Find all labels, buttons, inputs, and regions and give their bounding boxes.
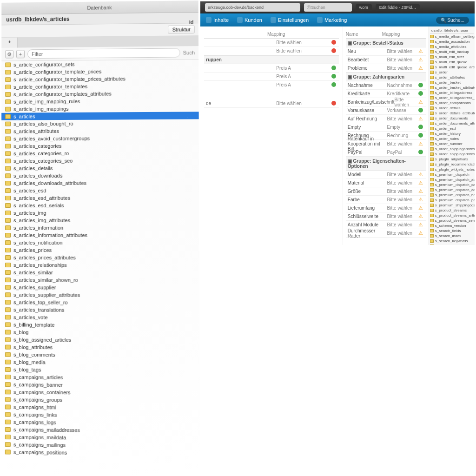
table-row[interactable]: s_articles_esd_serials: [1, 201, 199, 209]
table-row[interactable]: s_order_basket_attributes: [430, 85, 474, 90]
table-row[interactable]: s_articles_prices: [1, 246, 199, 254]
table-row[interactable]: s_media_attributes: [430, 44, 474, 49]
plus-icon[interactable]: +: [16, 50, 25, 58]
table-row[interactable]: s_plugin_migrations: [430, 157, 474, 162]
browser-tab[interactable]: Edit fiddle - JSFid…: [376, 4, 420, 11]
mapping-row[interactable]: Durchmesser RäderBitte wählen⚠: [346, 229, 426, 238]
table-row[interactable]: s_plugin_widgets_notes: [430, 167, 474, 172]
table-row[interactable]: s_search_index: [430, 233, 474, 238]
table-row[interactable]: s_articles_downloads_attributes: [1, 179, 199, 187]
mapping-row[interactable]: Preis A: [204, 73, 339, 81]
table-row[interactable]: s_articles_information_attributes: [1, 231, 199, 239]
filter-input[interactable]: [27, 48, 180, 59]
table-row[interactable]: s_articles_similar: [1, 269, 199, 277]
table-row[interactable]: s_order_billingaddress: [430, 90, 474, 95]
menu-marketing[interactable]: Marketing: [317, 17, 347, 23]
table-row[interactable]: s_product_streams_selection: [430, 218, 474, 223]
mapping-row[interactable]: BearbeitetBitte wählen⚠: [346, 56, 426, 64]
table-row[interactable]: s_articles_categories: [1, 142, 199, 150]
table-row[interactable]: s_premium_dispatch_attributes: [430, 177, 474, 182]
table-row[interactable]: s_articles_avoid_customergroups: [1, 134, 199, 143]
table-row[interactable]: s_articles_prices_attributes: [1, 254, 199, 261]
url-bar[interactable]: erkzeuge.cob-dev.de/backend: [205, 3, 300, 12]
mapping-row[interactable]: PayPalPayPal: [346, 148, 426, 157]
table-row[interactable]: s_articles_img_attributes: [1, 217, 199, 224]
new-tab-button[interactable]: +: [1, 38, 18, 48]
table-row[interactable]: s_media_album_settings: [430, 34, 474, 39]
table-row[interactable]: s_premium_dispatch: [430, 172, 474, 177]
mapping-row[interactable]: EmptyEmpty: [346, 123, 426, 132]
mapping-row[interactable]: GrößeBitte wählen⚠: [346, 187, 426, 196]
table-row[interactable]: s_multi_edit_queue_articles: [430, 65, 474, 70]
table-row[interactable]: s_articles_relationships: [1, 261, 199, 269]
menu-inhalte[interactable]: Inhalte: [206, 17, 229, 23]
table-row[interactable]: s_articles_categories_ro: [1, 149, 199, 158]
mapping-row[interactable]: ModellBitte wählen⚠: [346, 171, 426, 179]
table-row[interactable]: s_blog: [1, 328, 200, 337]
mapping-row[interactable]: FarbeBitte wählen⚠: [346, 196, 426, 204]
table-row[interactable]: s_order_documents_attributes: [430, 121, 474, 126]
mapping-row[interactable]: deBitte wählen: [204, 99, 339, 108]
table-row[interactable]: s_articles_esd_attributes: [1, 194, 199, 202]
table-row[interactable]: s_order_documents: [430, 116, 474, 121]
table-row[interactable]: s_premium_shippingcosts: [430, 203, 474, 208]
table-row[interactable]: s_premium_dispatch_countries: [430, 187, 474, 192]
mapping-row[interactable]: Bankeinzug/LastschriftBitte wählen⚠: [346, 98, 426, 106]
table-row[interactable]: s_multi_edit_filter: [430, 54, 474, 60]
mapping-row[interactable]: ProblemeBitte wählen⚠: [346, 64, 426, 73]
mapping-row[interactable]: LieferumfangBitte wählen⚠: [346, 204, 426, 212]
table-row[interactable]: s_campaigns_positions: [1, 448, 200, 458]
table-row[interactable]: s_articles_details: [1, 164, 199, 172]
table-row[interactable]: s_multi_edit_queue: [430, 60, 474, 65]
mapping-row[interactable]: MaterialBitte wählen⚠: [346, 179, 426, 187]
table-row[interactable]: s_premium_dispatch_paymentmeans: [430, 198, 474, 203]
table-row[interactable]: s_articles_supplier: [1, 284, 199, 291]
table-row[interactable]: s_articles_top_seller_ro: [1, 298, 199, 306]
mapping-row[interactable]: Ratenkauf in Kooperation mit Bill…Bitte …: [346, 140, 426, 148]
table-row[interactable]: s_product_streams_articles: [430, 213, 474, 218]
table-list[interactable]: s_article_configurator_setss_article_con…: [1, 60, 200, 476]
table-row[interactable]: s_plugin_recommendations: [430, 162, 474, 167]
table-row[interactable]: s_order_comparisons: [430, 100, 474, 106]
table-row[interactable]: s_search_keywords: [430, 238, 474, 244]
table-row[interactable]: s_order: [430, 70, 474, 75]
table-row[interactable]: s_articles_categories_seo: [1, 157, 199, 165]
table-row[interactable]: s_product_streams: [430, 208, 474, 213]
table-row[interactable]: s_order_shippingaddress_attributes: [430, 152, 474, 157]
table-row[interactable]: s_order_attributes: [430, 75, 474, 80]
admin-search[interactable]: 🔍 Suche...: [436, 17, 469, 24]
table-row[interactable]: s_order_number: [430, 141, 474, 146]
browser-tab[interactable]: wom: [356, 4, 372, 11]
table-row[interactable]: s_multi_edit_backup: [430, 49, 474, 54]
second-db-tree[interactable]: usrdb_ibkdev/s_user s_media_album_settin…: [429, 26, 475, 245]
mapping-row[interactable]: Preis A: [204, 64, 339, 73]
table-row[interactable]: s_articles_translations: [1, 306, 199, 314]
table-row[interactable]: s_search_fields: [430, 228, 474, 233]
table-row[interactable]: s_articles_information: [1, 224, 199, 231]
gear-icon[interactable]: ⚙: [5, 50, 13, 59]
table-row[interactable]: s_articles_img: [1, 209, 199, 217]
table-row[interactable]: s_schema_version: [430, 223, 474, 228]
table-row[interactable]: s_order_shippingaddress: [430, 146, 474, 152]
table-row[interactable]: s_order_notes: [430, 136, 474, 141]
table-row[interactable]: s_media_association: [430, 39, 474, 44]
table-row[interactable]: s_order_basket: [430, 80, 474, 85]
mapping-row[interactable]: NachnahmeNachnahme: [346, 81, 426, 90]
mapping-row[interactable]: Auf RechnungBitte wählen⚠: [346, 115, 426, 123]
table-row[interactable]: s_order_history: [430, 131, 474, 136]
table-row[interactable]: s_articles_similar_shown_ro: [1, 276, 199, 284]
mapping-row[interactable]: SchlüsselweiteBitte wählen⚠: [346, 212, 426, 221]
table-row[interactable]: s_order_details: [430, 106, 474, 111]
table-row[interactable]: s_order_details_attributes: [430, 111, 474, 116]
table-row[interactable]: s_premium_dispatch_categories: [430, 182, 474, 187]
mapping-row[interactable]: VorauskasseVorkasse: [346, 106, 426, 115]
table-row[interactable]: s_search_tables: [430, 244, 474, 245]
menu-kunden[interactable]: Kunden: [237, 17, 262, 23]
table-row[interactable]: s_billing_template: [1, 321, 200, 329]
mapping-row[interactable]: NeuBitte wählen⚠: [346, 47, 426, 56]
table-row[interactable]: s_articles_downloads: [1, 172, 199, 179]
browser-search[interactable]: ⓒ Suchen: [304, 3, 352, 12]
mapping-row[interactable]: Bitte wählen: [204, 47, 339, 55]
table-row[interactable]: s_articles_esd: [1, 186, 199, 194]
table-row[interactable]: s_articles_notification: [1, 239, 199, 246]
